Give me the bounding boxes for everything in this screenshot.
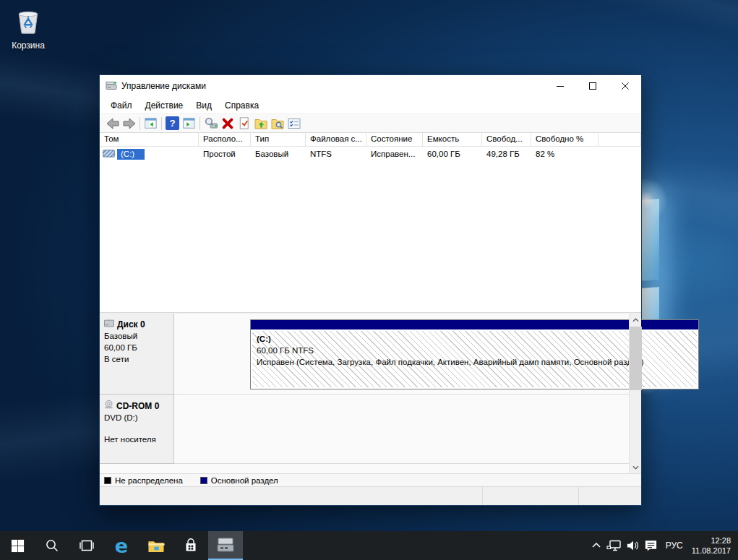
disk0-name: Диск 0 — [117, 319, 145, 330]
search-button[interactable] — [35, 531, 69, 560]
menu-view[interactable]: Вид — [189, 98, 218, 113]
action-center-icon — [644, 539, 658, 552]
legend-swatch-primary — [200, 477, 207, 484]
column-header-volume[interactable]: Том — [100, 133, 199, 146]
disk-icon — [104, 319, 114, 330]
column-header-capacity[interactable]: Емкость — [423, 133, 482, 146]
menubar: Файл Действие Вид Справка — [100, 97, 641, 114]
rescan-disks-icon[interactable] — [202, 116, 219, 132]
show-action-pane-icon[interactable] — [181, 116, 197, 132]
volume-table-header: Том Располо... Тип Файловая с... Состоян… — [100, 133, 641, 147]
cdrom-label-cell[interactable]: CD-ROM 0 DVD (D:) Нет носителя — [100, 395, 174, 464]
partition-status: Исправен (Система, Загрузка, Файл подкач… — [257, 358, 644, 366]
search-icon — [45, 538, 59, 553]
column-header-free[interactable]: Свобод... — [482, 133, 531, 146]
taskbar: e — [0, 531, 738, 560]
column-header-free-percent[interactable]: Свободно % — [531, 133, 598, 146]
toolbar: ? — [100, 114, 641, 133]
open-folder-icon[interactable] — [252, 116, 269, 132]
legend-label-primary: Основной раздел — [211, 476, 278, 485]
scroll-down-icon[interactable] — [630, 461, 642, 473]
partition-label: (C:) — [257, 335, 271, 343]
volume-label-selected[interactable]: (C:) — [117, 149, 145, 160]
disk-management-taskbar-button[interactable] — [208, 531, 243, 560]
partition-size: 60,00 ГБ NTFS — [257, 346, 314, 355]
back-icon[interactable] — [104, 116, 121, 132]
disk0-status: В сети — [104, 353, 173, 365]
legend-bar: Не распределена Основной раздел — [100, 473, 641, 486]
cdrom-media: DVD (D:) — [104, 412, 173, 423]
file-explorer-button[interactable] — [139, 531, 173, 560]
file-explorer-icon — [147, 539, 165, 553]
speaker-icon — [626, 540, 640, 551]
minimize-button[interactable] — [544, 75, 576, 97]
toolbar-separator — [140, 117, 140, 130]
svg-text:?: ? — [169, 118, 175, 129]
volume-list: Том Располо... Тип Файловая с... Состоян… — [100, 133, 641, 312]
volume-cell[interactable]: (C:) — [100, 149, 199, 160]
capacity-cell: 60,00 ГБ — [423, 150, 482, 158]
window-titlebar[interactable]: Управление дисками — [100, 75, 641, 97]
volume-row-c[interactable]: (C:) Простой Базовый NTFS Исправен... 60… — [100, 147, 641, 161]
system-tray: РУС 12:28 11.08.2017 — [588, 531, 738, 560]
cd-rom-icon — [104, 400, 113, 412]
network-icon — [606, 539, 622, 552]
edge-button[interactable]: e — [104, 531, 139, 560]
disk0-content-area: (C:) 60,00 ГБ NTFS Исправен (Система, За… — [174, 314, 629, 395]
tray-date: 11.08.2017 — [692, 546, 731, 556]
store-button[interactable] — [173, 531, 208, 560]
menu-help[interactable]: Справка — [218, 98, 265, 113]
clock[interactable]: 12:28 11.08.2017 — [689, 535, 738, 556]
cdrom-row: CD-ROM 0 DVD (D:) Нет носителя — [100, 395, 629, 464]
status-section — [483, 487, 579, 505]
menu-file[interactable]: Файл — [104, 98, 139, 113]
disk-graphical-pane: Диск 0 Базовый 60,00 ГБ В сети (C:) 60,0… — [100, 314, 641, 473]
check-document-icon[interactable] — [236, 116, 252, 132]
cdrom-status: Нет носителя — [104, 434, 173, 445]
status-section — [579, 487, 641, 505]
start-button[interactable] — [0, 531, 35, 560]
help-icon[interactable]: ? — [164, 116, 181, 132]
recycle-bin-icon — [13, 26, 43, 38]
disk-management-window: Управление дисками Файл Действие Вид Спр… — [99, 74, 642, 506]
delete-volume-icon[interactable] — [219, 116, 236, 132]
column-header-status[interactable]: Состояние — [366, 133, 423, 146]
scroll-up-icon[interactable] — [630, 314, 642, 326]
recycle-bin-desktop-icon[interactable]: Корзина — [6, 6, 51, 51]
desktop: Корзина Управление дисками — [0, 0, 738, 560]
column-header-file-system[interactable]: Файловая с... — [306, 133, 366, 146]
action-center-button[interactable] — [642, 531, 660, 560]
windows-logo-icon — [11, 539, 25, 553]
window-title: Управление дисками — [121, 81, 206, 91]
toolbar-separator — [199, 117, 200, 130]
legend-swatch-unallocated — [104, 477, 111, 484]
toolbar-separator — [161, 117, 162, 130]
wallpaper-windows-logo-pane — [640, 199, 659, 281]
status-bar — [100, 486, 641, 505]
type-cell: Базовый — [251, 150, 306, 158]
disk0-type: Базовый — [104, 330, 173, 342]
column-header-layout[interactable]: Располо... — [199, 133, 251, 146]
legend-unallocated: Не распределена — [104, 476, 183, 485]
network-tray-button[interactable] — [606, 531, 624, 560]
menu-action[interactable]: Действие — [139, 98, 190, 113]
disk0-row: Диск 0 Базовый 60,00 ГБ В сети (C:) 60,0… — [100, 314, 629, 395]
scrollbar-thumb[interactable] — [630, 327, 642, 390]
tray-chevron-button[interactable] — [588, 531, 606, 560]
show-console-tree-icon[interactable] — [142, 116, 159, 132]
task-view-button[interactable] — [69, 531, 104, 560]
volume-tray-button[interactable] — [624, 531, 642, 560]
explore-folder-icon[interactable] — [269, 116, 286, 132]
vertical-scrollbar[interactable] — [629, 314, 641, 473]
disk0-label-cell[interactable]: Диск 0 Базовый 60,00 ГБ В сети — [100, 314, 174, 395]
language-indicator[interactable]: РУС — [660, 540, 689, 551]
column-header-type[interactable]: Тип — [251, 133, 306, 146]
edge-icon: e — [115, 536, 128, 556]
maximize-button[interactable] — [576, 75, 609, 97]
disk0-size: 60,00 ГБ — [104, 342, 173, 353]
forward-icon[interactable] — [121, 116, 137, 132]
cdrom-content-area — [174, 395, 629, 464]
disk-management-app-icon — [106, 79, 117, 93]
properties-list-icon[interactable] — [286, 116, 302, 132]
close-button[interactable] — [609, 75, 641, 97]
